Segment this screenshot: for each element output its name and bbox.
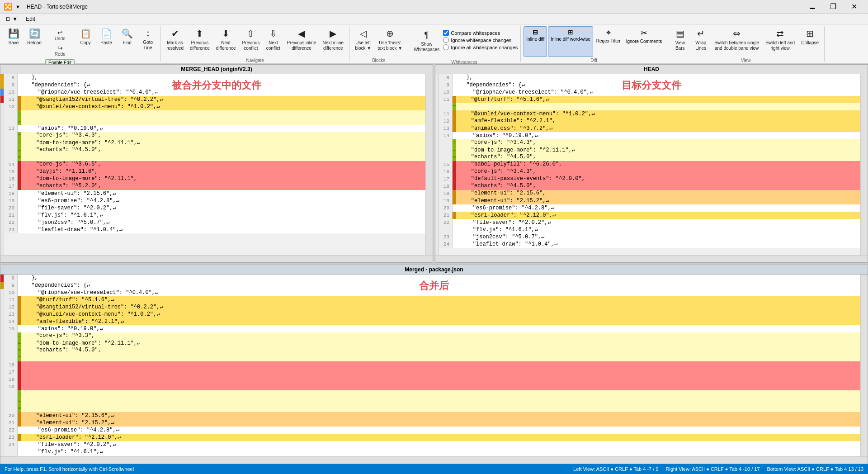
- use-theirs-button[interactable]: ⊕ Use 'theirs' text block ▼: [375, 26, 405, 57]
- toolbar-group-view: ▤ View Bars ↵ Wrap Lines ⇔ Switch betwee…: [667, 26, 825, 62]
- left-code-view[interactable]: 8 },9 "dependencies": {↵10 "@riophae/vue…: [0, 74, 433, 255]
- line-content: "esri-loader": "^2.12.0",↵: [456, 212, 860, 219]
- next-inline-button[interactable]: ▶ Next inline difference: [320, 26, 346, 57]
- restore-button[interactable]: ❐: [823, 0, 844, 14]
- line-marker: [18, 226, 23, 233]
- line-marker: [18, 89, 23, 96]
- menu-item-edit[interactable]: Edit: [22, 14, 39, 24]
- table-row: 12 "@sangtian152/virtual-tree": "^0.2.2"…: [4, 303, 860, 311]
- left-pane-header: MERGE_HEAD (origin/V2.3): [0, 65, 433, 74]
- table-row: 23 "json2csv": "^5.0.7",↵: [439, 233, 860, 241]
- bottom-hscroll[interactable]: [0, 456, 868, 464]
- compare-ws-checkbox[interactable]: [443, 30, 449, 36]
- bottom-vscroll[interactable]: [860, 275, 868, 456]
- table-row: "flv.js": "^1.6.1",↵: [4, 448, 860, 455]
- ignore-all-ws-option[interactable]: Ignore all whitespace changes: [443, 44, 518, 50]
- main-content: MERGE_HEAD (origin/V2.3) 被合并分支中的文件 8 },9…: [0, 64, 868, 464]
- line-marker: [18, 219, 23, 226]
- quick-access-bar: ▼: [15, 4, 20, 9]
- ignore-ws-radio[interactable]: [443, 37, 449, 43]
- bottom-code-view[interactable]: 8 },9 "dependencies": {↵10 "@riophae/vue…: [0, 275, 868, 456]
- ignore-ws-changes-option[interactable]: Ignore whitespace changes: [443, 37, 518, 43]
- find-button[interactable]: 🔍 Find: [117, 26, 137, 57]
- prev-inline-button[interactable]: ◀ Previous inline difference: [284, 26, 319, 57]
- line-content: "flv.js": "^1.6.1",↵: [23, 448, 860, 455]
- line-content: [21, 383, 860, 390]
- right-code-view[interactable]: 8 },9 "dependencies": {↵10 "@riophae/vue…: [435, 74, 868, 255]
- copy-button[interactable]: 📋 Copy: [75, 26, 95, 57]
- line-marker: [453, 125, 456, 132]
- titlebar-controls[interactable]: 🗕 ❐ ✕: [802, 0, 864, 14]
- table-row: 13 "@xunlei/vue-context-menu": "^1.0.2",…: [4, 311, 860, 318]
- line-content: [21, 376, 860, 383]
- prev-diff-button[interactable]: ⬆ Previous difference: [187, 26, 212, 57]
- line-marker: [453, 219, 458, 226]
- use-left-button[interactable]: ◁ Use left block ▼: [352, 26, 374, 57]
- line-marker: =: [453, 139, 456, 147]
- table-row: 12 "amfe-flexible": "^2.2.1",: [439, 118, 860, 125]
- regex-filter-button[interactable]: ⌖ Regex Filter: [594, 26, 623, 57]
- menu-item-file[interactable]: 🗒 ▼: [2, 14, 21, 24]
- goto-icon: ↕: [146, 28, 150, 38]
- next-conflict-button[interactable]: ⇩ Next conflict: [263, 26, 283, 57]
- minimize-button[interactable]: 🗕: [802, 0, 823, 14]
- left-vscroll[interactable]: [425, 74, 433, 255]
- close-button[interactable]: ✕: [844, 0, 864, 14]
- table-row: 11 "@xunlei/vue-context-menu": "^1.0.2",…: [439, 110, 860, 118]
- goto-line-button[interactable]: ↕ Goto Line: [138, 26, 158, 57]
- bottom-pane-body: 合并后 8 },9 "dependencies": {↵10 "@riophae…: [0, 275, 868, 456]
- mark-resolved-icon: ✔: [171, 28, 179, 39]
- table-row: 23 "leaflet-draw": "^1.0.4",↵: [4, 226, 425, 233]
- left-pane: MERGE_HEAD (origin/V2.3) 被合并分支中的文件 8 },9…: [0, 64, 433, 263]
- save-button[interactable]: 💾 Save: [4, 26, 24, 57]
- ignore-all-ws-radio[interactable]: [443, 44, 449, 50]
- bottom-pane: Merged - package.json 合并后 8 },9 "depende…: [0, 265, 868, 464]
- switch-lr-button[interactable]: ⇄ Switch left and right view: [763, 26, 797, 57]
- wrap-lines-icon: ↵: [697, 28, 705, 39]
- next-diff-button[interactable]: ⬇ Next difference: [213, 26, 239, 57]
- inline-diff-button[interactable]: ⊟ Inline diff: [524, 26, 547, 57]
- table-row: =: [4, 154, 425, 161]
- line-content: "es6-promise": "^4.2.8",↵: [23, 197, 425, 204]
- right-hscroll[interactable]: [435, 255, 868, 262]
- table-row: 10 "@riophae/vue-treeselect": "^0.4.0",↵: [4, 289, 860, 296]
- inline-diff-word-button[interactable]: ⊞ Inline diff word-wise: [548, 26, 593, 57]
- table-row: 8 },: [439, 74, 860, 81]
- undo-button[interactable]: ↩ Undo: [45, 28, 75, 43]
- prev-conflict-button[interactable]: ⇧ Previous conflict: [239, 26, 262, 57]
- show-whitespaces-button[interactable]: ¶ Show Whitespaces: [411, 28, 442, 59]
- line-marker: =: [18, 340, 21, 347]
- mark-resolved-button[interactable]: ✔ Mark as resolved: [164, 26, 186, 57]
- table-row: 12 "@xunlei/vue-context-menu": "^1.0.2",…: [4, 103, 425, 110]
- table-row: 19 "es6-promise": "^4.2.8",↵: [4, 197, 425, 204]
- table-row: 17: [4, 369, 860, 376]
- line-marker: [18, 161, 21, 168]
- undo-icon: ↩: [57, 29, 63, 36]
- table-row: 11 "@turf/turf": "^5.1.6",↵: [4, 296, 860, 303]
- compare-ws-option[interactable]: Compare whitespaces: [443, 30, 518, 36]
- right-vscroll[interactable]: [860, 74, 868, 255]
- table-row: 10 "@riophae/vue-treeselect": "^0.4.0",↵: [439, 89, 860, 96]
- left-hscroll[interactable]: [0, 255, 433, 262]
- line-content: "flv.js": "^1.6.1",↵: [23, 212, 425, 219]
- line-content: "@xunlei/vue-context-menu": "^1.0.2",↵: [21, 311, 860, 318]
- redo-button[interactable]: ↪ Redo: [45, 43, 75, 58]
- ignore-comments-button[interactable]: ✂ Ignore Comments: [624, 26, 664, 57]
- wrap-lines-button[interactable]: ↵ Wrap Lines: [691, 26, 711, 57]
- line-marker: [453, 132, 458, 139]
- left-scroll-area[interactable]: 8 },9 "dependencies": {↵10 "@riophae/vue…: [4, 74, 425, 255]
- line-content: "dom-to-image-more": "^2.11.1",↵: [21, 139, 425, 147]
- line-content: "echarts": "^4.5.0",: [21, 347, 860, 354]
- bottom-pane-header: Merged - package.json: [0, 265, 868, 275]
- right-scroll-area[interactable]: 8 },9 "dependencies": {↵10 "@riophae/vue…: [439, 74, 860, 255]
- switch-pane-button[interactable]: ⇔ Switch between single and double pane …: [712, 26, 762, 57]
- paste-button[interactable]: 📄 Paste: [96, 26, 116, 57]
- reload-button[interactable]: 🔄 Reload: [24, 26, 44, 57]
- collapse-button[interactable]: ⊞ Collapse: [798, 26, 821, 57]
- line-marker: [18, 427, 23, 434]
- bottom-scroll-area[interactable]: 8 },9 "dependencies": {↵10 "@riophae/vue…: [4, 275, 860, 456]
- line-marker: =: [18, 147, 21, 154]
- view-bars-button[interactable]: ▤ View Bars: [670, 26, 690, 57]
- line-marker: [453, 118, 456, 125]
- collapse-icon: ⊞: [806, 28, 814, 39]
